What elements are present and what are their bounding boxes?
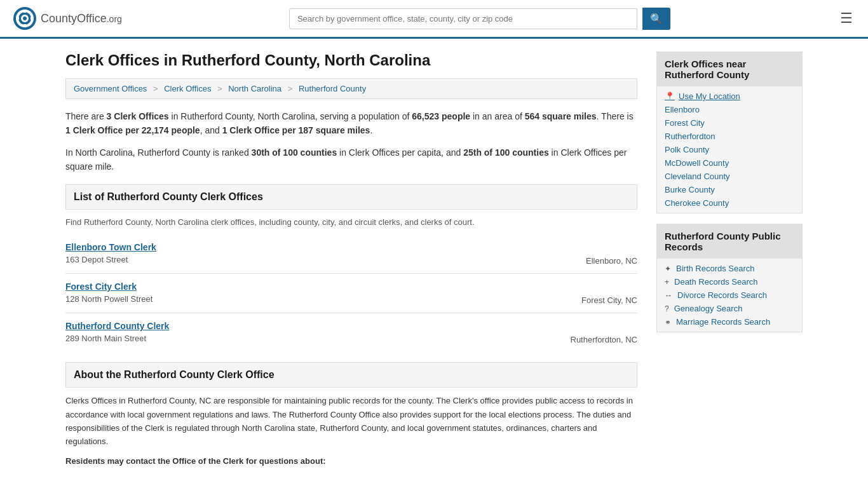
- sidebar-link-forestcity[interactable]: Forest City: [665, 118, 794, 128]
- office-address-ellenboro: 163 Depot Street: [65, 255, 156, 264]
- header: CountyOffice.org 🔍 ☰: [0, 0, 868, 39]
- nearby-links: 📍 Use My Location Ellenboro Forest City …: [657, 86, 802, 213]
- divorce-records-icon: ↔: [665, 291, 672, 300]
- office-entry-ellenboro: Ellenboro Town Clerk 163 Depot Street El…: [65, 234, 637, 274]
- sidebar-link-rutherfordton[interactable]: Rutherfordton: [665, 132, 794, 141]
- office-city-ellenboro: Ellenboro, NC: [586, 256, 637, 266]
- breadcrumb-govt-offices[interactable]: Government Offices: [74, 84, 147, 93]
- breadcrumb-sep-3: >: [288, 84, 293, 93]
- sidebar-link-mcdowellcounty[interactable]: McDowell County: [665, 158, 794, 168]
- search-button[interactable]: 🔍: [642, 8, 670, 30]
- office-name-rutherford[interactable]: Rutherford County Clerk: [65, 321, 169, 331]
- svg-rect-5: [24, 10, 26, 13]
- divorce-records-link[interactable]: ↔ Divorce Records Search: [665, 290, 794, 300]
- office-name-ellenboro[interactable]: Ellenboro Town Clerk: [65, 242, 156, 252]
- office-entry-forestcity: Forest City Clerk 128 North Powell Stree…: [65, 274, 637, 313]
- sidebar: Clerk Offices near Rutherford County 📍 U…: [656, 51, 803, 466]
- records-section: Rutherford County Public Records ✦ Birth…: [656, 224, 803, 332]
- office-address-rutherford: 289 North Main Street: [65, 334, 169, 343]
- death-records-icon: +: [665, 278, 669, 287]
- sidebar-link-polkcounty[interactable]: Polk County: [665, 145, 794, 154]
- logo-text: CountyOffice.org: [41, 12, 122, 25]
- svg-rect-6: [24, 24, 26, 27]
- marriage-records-icon: ⚭: [665, 318, 671, 327]
- marriage-records-link[interactable]: ⚭ Marriage Records Search: [665, 317, 794, 327]
- main-layout: Clerk Offices in Rutherford County, Nort…: [53, 51, 815, 466]
- content: Clerk Offices in Rutherford County, Nort…: [65, 51, 637, 466]
- svg-rect-7: [16, 17, 19, 20]
- list-sub-intro: Find Rutherford County, North Carolina c…: [65, 216, 637, 229]
- death-records-link[interactable]: + Death Records Search: [665, 277, 794, 287]
- sidebar-link-burkecounty[interactable]: Burke County: [665, 185, 794, 194]
- birth-records-icon: ✦: [665, 264, 671, 273]
- list-section-heading: List of Rutherford County Clerk Offices: [65, 184, 637, 210]
- contact-label: Residents may contact the Office of the …: [65, 456, 637, 466]
- menu-button[interactable]: ☰: [837, 8, 855, 29]
- location-pin-icon: 📍: [665, 92, 675, 101]
- logo-icon: [13, 6, 37, 30]
- intro-ranking: In North Carolina, Rutherford County is …: [65, 146, 637, 174]
- sidebar-link-ellenboro[interactable]: Ellenboro: [665, 105, 794, 114]
- breadcrumb-rutherford[interactable]: Rutherford County: [299, 84, 366, 93]
- genealogy-icon: ?: [665, 304, 669, 313]
- sidebar-link-cherokeecounty[interactable]: Cherokee County: [665, 198, 794, 208]
- breadcrumb-clerk-offices[interactable]: Clerk Offices: [164, 84, 211, 93]
- office-list: Ellenboro Town Clerk 163 Depot Street El…: [65, 234, 637, 352]
- logo-area: CountyOffice.org: [13, 6, 122, 30]
- breadcrumb-nc[interactable]: North Carolina: [228, 84, 281, 93]
- about-section-heading: About the Rutherford County Clerk Office: [65, 362, 637, 388]
- search-area: 🔍: [289, 8, 670, 30]
- search-input[interactable]: [289, 8, 637, 29]
- office-address-forestcity: 128 North Powell Street: [65, 294, 153, 304]
- genealogy-link[interactable]: ? Genealogy Search: [665, 304, 794, 313]
- office-entry-rutherford: Rutherford County Clerk 289 North Main S…: [65, 313, 637, 352]
- birth-records-link[interactable]: ✦ Birth Records Search: [665, 264, 794, 273]
- nearby-section: Clerk Offices near Rutherford County 📍 U…: [656, 51, 803, 214]
- office-city-forestcity: Forest City, NC: [581, 295, 637, 305]
- records-links: ✦ Birth Records Search + Death Records S…: [657, 259, 802, 332]
- nearby-section-title: Clerk Offices near Rutherford County: [657, 52, 802, 86]
- breadcrumb-sep-2: >: [217, 84, 222, 93]
- about-text: Clerks Offices in Rutherford County, NC …: [65, 394, 637, 449]
- office-name-forestcity[interactable]: Forest City Clerk: [65, 281, 153, 292]
- sidebar-link-clevelandcounty[interactable]: Cleveland County: [665, 172, 794, 181]
- records-section-title: Rutherford County Public Records: [657, 224, 802, 259]
- svg-rect-8: [31, 17, 34, 20]
- svg-point-4: [23, 17, 27, 20]
- intro-text: There are 3 Clerk Offices in Rutherford …: [65, 109, 637, 138]
- use-my-location-link[interactable]: 📍 Use My Location: [665, 92, 794, 101]
- office-city-rutherford: Rutherfordton, NC: [571, 335, 638, 344]
- breadcrumb-sep-1: >: [153, 84, 158, 93]
- page-title: Clerk Offices in Rutherford County, Nort…: [65, 51, 637, 69]
- breadcrumb: Government Offices > Clerk Offices > Nor…: [65, 78, 637, 99]
